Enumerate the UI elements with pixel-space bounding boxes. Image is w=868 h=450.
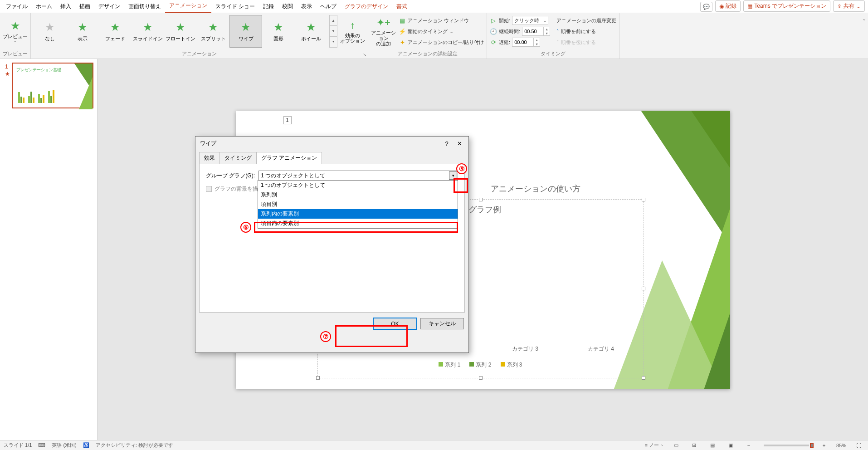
start-trigger-combo[interactable]: クリック時 [512, 16, 548, 25]
duration-spinner[interactable]: ▲▼ [522, 27, 550, 36]
chart-legend-item: 系列 1 [439, 361, 460, 369]
painter-icon: ✦ [399, 39, 406, 46]
tab-home[interactable]: ホーム [32, 0, 56, 13]
zoom-level[interactable]: 85% [836, 443, 846, 448]
tab-insert[interactable]: 挿入 [56, 0, 75, 13]
animation-group-label: アニメーション [182, 51, 217, 56]
gallery-up-icon[interactable]: ▲ [330, 15, 337, 26]
chart-category-label: カテゴリ 3 [512, 345, 538, 353]
zoom-in-button[interactable]: + [818, 441, 830, 450]
zoom-out-button[interactable]: − [743, 441, 755, 450]
gallery-scroll[interactable]: ▲ ▼ ▾ [329, 15, 337, 48]
lang-icon[interactable]: ⌨ [38, 442, 45, 448]
zoom-slider[interactable] [764, 445, 809, 446]
spin-down-icon[interactable]: ▼ [543, 31, 550, 35]
tab-file[interactable]: ファイル [2, 0, 32, 13]
dropdown-option[interactable]: 系列内の要素別 [258, 209, 458, 219]
star-icon: ★ [208, 21, 218, 34]
slide-indicator[interactable]: スライド 1/1 [4, 442, 32, 449]
dropdown-option[interactable]: 1 つのオブジェクトとして [258, 181, 458, 190]
share-label: 共有 [844, 2, 854, 10]
animation-painter-button[interactable]: ✦アニメーションのコピー/貼り付け [399, 37, 484, 47]
tab-view[interactable]: 表示 [297, 0, 316, 13]
dropdown-option[interactable]: 項目内の要素別 [258, 219, 458, 228]
group-chart-combo[interactable]: 1 つのオブジェクトとして ▾ [258, 171, 458, 181]
animation-フェード[interactable]: ★フェード [99, 15, 132, 48]
chart-category-label: カテゴリ 4 [588, 345, 614, 353]
record-button[interactable]: ◉ 記録 [715, 0, 741, 12]
tab-animations[interactable]: アニメーション [165, 0, 211, 13]
collapse-ribbon-icon[interactable]: ⌄ [862, 16, 866, 22]
anim-label: 図形 [273, 35, 283, 42]
tab-draw[interactable]: 描画 [75, 0, 94, 13]
dropdown-option[interactable]: 系列別 [258, 190, 458, 200]
star-icon: ★ [241, 21, 251, 34]
spin-up-icon[interactable]: ▲ [543, 27, 550, 31]
duration-input[interactable] [522, 29, 543, 34]
tab-slideshow[interactable]: スライド ショー [211, 0, 259, 13]
dialog-help-button[interactable]: ? [440, 138, 453, 148]
animation-なし[interactable]: ★なし [34, 15, 66, 48]
trigger-button[interactable]: ⚡開始のタイミング ⌄ [399, 26, 484, 36]
cancel-button[interactable]: キャンセル [420, 318, 464, 329]
ribbon-tabbar: ファイル ホーム 挿入 描画 デザイン 画面切り替え アニメーション スライド … [0, 0, 868, 13]
tab-transitions[interactable]: 画面切り替え [124, 0, 165, 13]
animation-スライドイン[interactable]: ★スライドイン [132, 15, 164, 48]
notes-button[interactable]: ≡ ノート [644, 442, 663, 449]
dialog-tab-timing[interactable]: タイミング [219, 152, 257, 164]
preview-button[interactable]: ★ プレビュー ⌄ [3, 15, 28, 48]
animation-スプリット[interactable]: ★スプリット [197, 15, 229, 48]
accessibility-icon[interactable]: ♿ [83, 442, 89, 448]
animation-ホイール[interactable]: ★ホイール [295, 15, 327, 48]
star-icon: ★ [273, 21, 283, 34]
draw-chart-bg-checkbox [206, 186, 212, 192]
tab-design[interactable]: デザイン [94, 0, 124, 13]
advanced-animation-group-label: アニメーションの詳細設定 [368, 49, 487, 59]
animation-order-tag[interactable]: 1 [283, 116, 292, 124]
slideshow-view-button[interactable]: ▣ [725, 441, 736, 450]
dialog-close-button[interactable]: ✕ [453, 138, 466, 148]
spin-down-icon[interactable]: ▼ [533, 42, 540, 46]
slide-thumbnail-1[interactable]: 1 ★ プレゼンテーション基礎 [12, 63, 93, 108]
dropdown-option[interactable]: 項目別 [258, 200, 458, 209]
anim-label: ホイール [301, 35, 321, 42]
ok-button[interactable]: OK [373, 318, 417, 329]
animation-フロートイン[interactable]: ★フロートイン [164, 15, 197, 48]
reading-view-button[interactable]: ▤ [707, 441, 718, 450]
tab-chart-design[interactable]: グラフのデザイン [341, 0, 392, 13]
anim-label: スプリット [201, 35, 226, 42]
star-icon: ★ [110, 21, 120, 34]
gallery-more-icon[interactable]: ▾ [330, 37, 337, 47]
animation-gallery[interactable]: ★なし★表示★フェード★スライドイン★フロートイン★スプリット★ワイプ★図形★ホ… [34, 15, 327, 48]
comments-button[interactable]: 💬 [700, 2, 712, 12]
delay-input[interactable] [512, 39, 533, 45]
delay-spinner[interactable]: ▲▼ [512, 38, 540, 47]
tab-review[interactable]: 校閲 [278, 0, 297, 13]
animation-図形[interactable]: ★図形 [262, 15, 295, 48]
effect-options-label: 効果の オプション [340, 33, 365, 44]
dialog-tab-effect[interactable]: 効果 [199, 152, 220, 164]
sorter-view-button[interactable]: ⊞ [688, 441, 700, 450]
effect-options-button[interactable]: ↑ 効果の オプション [340, 15, 365, 48]
play-icon: ▷ [490, 17, 497, 24]
dialog-tab-chart-animation[interactable]: グラフ アニメーション [256, 152, 322, 164]
tab-help[interactable]: ヘルプ [316, 0, 341, 13]
tab-format[interactable]: 書式 [392, 0, 411, 13]
gallery-down-icon[interactable]: ▼ [330, 26, 337, 36]
language-indicator[interactable]: 英語 (米国) [52, 442, 76, 449]
present-in-teams-button[interactable]: ▦ Teams でプレゼンテーション [743, 0, 830, 12]
add-animation-button[interactable]: ✦+ アニメーション の追加 [371, 15, 396, 48]
animation-ワイプ[interactable]: ★ワイプ [229, 15, 262, 48]
animation-pane-button[interactable]: ▤アニメーション ウィンドウ [399, 15, 484, 25]
share-button[interactable]: ⇪ 共有 ⌄ [833, 0, 865, 12]
animation-表示[interactable]: ★表示 [66, 15, 99, 48]
combo-dropdown-icon[interactable]: ▾ [449, 171, 457, 180]
tab-record[interactable]: 記録 [259, 0, 278, 13]
fit-to-window-button[interactable]: ⛶ [853, 441, 864, 450]
move-earlier-button[interactable]: ˄ 順番を前にする [556, 26, 616, 36]
animation-dialog-launcher[interactable]: ↘ [363, 52, 366, 57]
accessibility-status[interactable]: アクセシビリティ: 検討が必要です [96, 442, 173, 449]
add-animation-label: アニメーション の追加 [371, 30, 396, 46]
normal-view-button[interactable]: ▭ [670, 441, 682, 450]
spin-up-icon[interactable]: ▲ [533, 38, 540, 42]
